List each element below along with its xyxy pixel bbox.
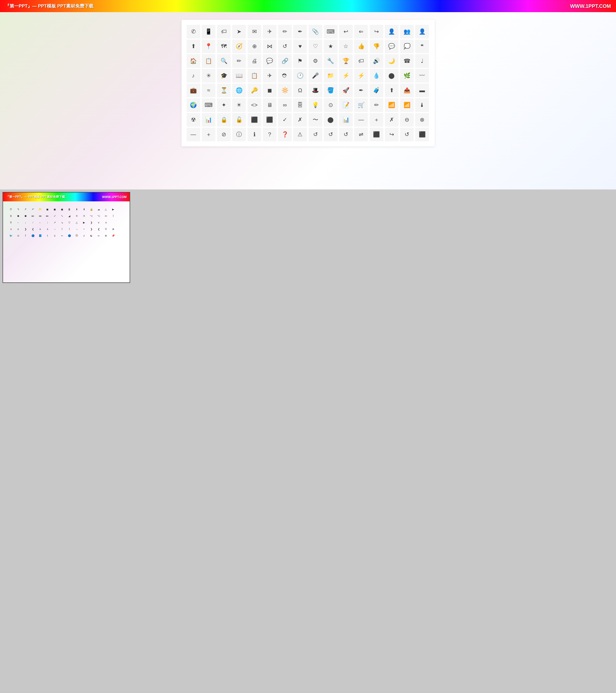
s2-icon-twitter[interactable]: 🐦: [8, 233, 14, 238]
icon-plane[interactable]: ✈: [263, 69, 276, 83]
s2-icon-circle[interactable]: ⊙: [16, 233, 21, 238]
s2-icon-bar[interactable]: I: [110, 213, 116, 219]
icon-mail[interactable]: ✉: [248, 25, 261, 39]
icon-users[interactable]: 👥: [400, 25, 414, 39]
icon-tilde[interactable]: 〜: [309, 113, 322, 127]
s2-icon-google-plus[interactable]: 🔵: [67, 233, 72, 238]
s2-icon-skype[interactable]: Ⓢ: [74, 233, 80, 238]
icon-chat-bubble2[interactable]: 💭: [400, 40, 414, 53]
s2-icon-facebook2[interactable]: 🔵: [30, 233, 36, 238]
s2-icon-clock[interactable]: ⏱: [8, 206, 14, 212]
icon-water[interactable]: 💧: [370, 69, 383, 83]
icon-x-box[interactable]: ✗: [385, 113, 398, 127]
icon-music-note[interactable]: ♩: [415, 54, 429, 68]
icon-info-filled[interactable]: ℹ: [248, 128, 261, 141]
icon-speaker[interactable]: 🔊: [370, 54, 383, 68]
icon-settings[interactable]: ⚙: [309, 54, 322, 68]
icon-record[interactable]: ⊙: [324, 98, 337, 112]
icon-thumbs-up[interactable]: 👍: [354, 40, 368, 53]
icon-tools[interactable]: 🔧: [324, 54, 337, 68]
s2-icon-music2[interactable]: ♬: [81, 233, 87, 238]
s2-icon-lock[interactable]: 🔒: [89, 206, 94, 212]
icon-sun-large[interactable]: ☀: [232, 98, 246, 112]
s2-icon-square3[interactable]: ◼: [59, 206, 65, 212]
icon-star-outline[interactable]: ☆: [339, 40, 353, 53]
s2-icon-tumblr[interactable]: t: [45, 233, 50, 238]
icon-reply[interactable]: ↩: [339, 25, 353, 39]
s2-icon-down3[interactable]: ↓: [23, 220, 28, 225]
s2-icon-triangle[interactable]: △: [103, 206, 109, 212]
icon-keyboard[interactable]: ⌨: [202, 98, 215, 112]
s2-icon-dn[interactable]: dn: [103, 213, 109, 219]
s2-icon-diagonal[interactable]: ◢: [67, 213, 72, 219]
icon-dash[interactable]: —: [187, 128, 200, 141]
icon-lock-closed[interactable]: 🔒: [217, 113, 231, 127]
icon-reply-all[interactable]: ⇐: [354, 25, 368, 39]
icon-x-circle[interactable]: ⊗: [415, 113, 429, 127]
icon-speech-bubble[interactable]: 💬: [263, 54, 276, 68]
icon-star-filled[interactable]: ★: [324, 40, 337, 53]
s2-icon-caret-up[interactable]: ∧: [103, 220, 109, 225]
icon-notepad[interactable]: 📝: [339, 98, 353, 112]
icon-graduation[interactable]: 🎓: [217, 69, 231, 83]
icon-mic[interactable]: 🎤: [309, 69, 322, 83]
s2-icon-right2[interactable]: →: [74, 226, 80, 232]
s2-icon-asterisk[interactable]: ✳: [74, 213, 80, 219]
s2-icon-linkedin[interactable]: in: [59, 233, 65, 238]
s2-icon-trash[interactable]: 🗑: [67, 206, 72, 212]
icon-forward[interactable]: ↪: [370, 25, 383, 39]
s2-icon-folder[interactable]: 📁: [38, 206, 43, 212]
icon-hat[interactable]: 🎩: [309, 84, 322, 97]
icon-chart[interactable]: 📊: [202, 113, 215, 127]
icon-plus2[interactable]: ＋: [202, 128, 215, 141]
s2-icon-down-right[interactable]: ↘: [59, 220, 65, 225]
icon-phone2[interactable]: ☎: [400, 54, 414, 68]
s2-icon-vert-bar[interactable]: I: [59, 226, 65, 232]
icon-heart-filled[interactable]: ♥: [293, 40, 307, 53]
icon-reload[interactable]: ↺: [324, 128, 337, 141]
icon-moon[interactable]: 🌙: [385, 54, 398, 68]
s2-icon-compress[interactable]: ⤡: [59, 213, 65, 219]
icon-copy[interactable]: 📋: [202, 54, 215, 68]
icon-rocket[interactable]: 🚀: [339, 84, 353, 97]
icon-price-tag[interactable]: 🏷: [354, 54, 368, 68]
s2-icon-soundcloud[interactable]: s: [52, 233, 58, 238]
icon-refresh2[interactable]: ↺: [400, 128, 414, 141]
icon-wave[interactable]: 〰: [415, 69, 429, 83]
icon-repeat[interactable]: ⬛: [415, 128, 429, 141]
icon-quote[interactable]: ❝: [415, 40, 429, 53]
s2-icon-v-down[interactable]: ∨: [8, 226, 14, 232]
s2-icon-v-up[interactable]: ∧: [16, 226, 21, 232]
s2-icon-chevron-down[interactable]: ▽: [67, 220, 72, 225]
s2-icon-lastfm[interactable]: ∞: [96, 233, 102, 238]
icon-location[interactable]: 📍: [202, 40, 215, 53]
s2-icon-angle-l[interactable]: ❮: [30, 226, 36, 232]
icon-keyboard-outline[interactable]: ⌨: [324, 25, 337, 39]
icon-bulb[interactable]: 💡: [309, 98, 322, 112]
s2-icon-cloud[interactable]: ☁: [96, 206, 102, 212]
icon-leaf[interactable]: 🌿: [400, 69, 414, 83]
icon-lightning2[interactable]: ⚡: [354, 69, 368, 83]
icon-monitor[interactable]: 🖥: [263, 98, 276, 112]
icon-x[interactable]: ✗: [293, 113, 307, 127]
s2-icon-pause[interactable]: ⏸: [8, 213, 14, 219]
icon-clipboard[interactable]: 📋: [248, 69, 261, 83]
icon-music[interactable]: ♪: [187, 69, 200, 83]
s2-icon-add-circle[interactable]: ⊕: [103, 233, 109, 238]
s2-icon-record[interactable]: ⏺: [16, 213, 21, 219]
icon-map[interactable]: 🗺: [217, 40, 231, 53]
icon-tag[interactable]: 🏷: [217, 25, 231, 39]
icon-sync[interactable]: ↺: [309, 128, 322, 141]
icon-stack[interactable]: 🗄: [293, 98, 307, 112]
icon-arrow-right[interactable]: ➤: [232, 25, 246, 39]
icon-brightness[interactable]: 🔆: [278, 84, 292, 97]
icon-question-filled[interactable]: ❓: [278, 128, 292, 141]
icon-radioactive[interactable]: ☢: [187, 113, 200, 127]
icon-shuffle[interactable]: ⇌: [354, 128, 368, 141]
s2-icon-v-letter[interactable]: V: [103, 226, 109, 232]
s2-icon-caret-down[interactable]: ∨: [96, 220, 102, 225]
s2-icon-undo[interactable]: ↶: [30, 206, 36, 212]
icon-phone[interactable]: ✆: [187, 25, 200, 39]
icon-logout[interactable]: ⬛: [248, 113, 261, 127]
icon-mobile[interactable]: 📱: [202, 25, 215, 39]
